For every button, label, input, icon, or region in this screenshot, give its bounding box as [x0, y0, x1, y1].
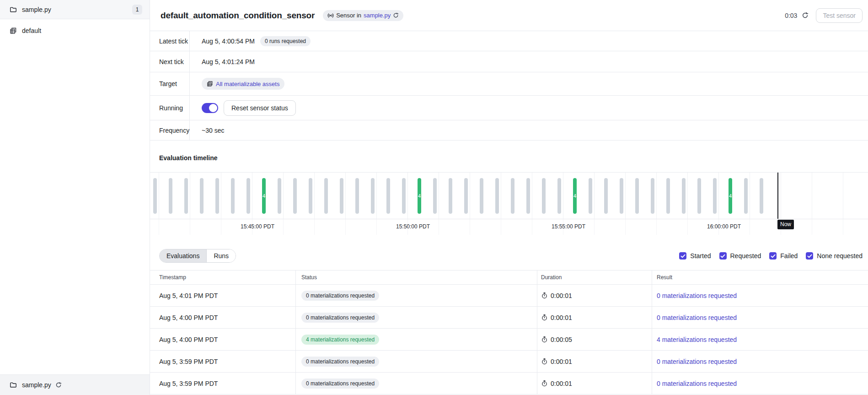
timeline-tick[interactable] — [153, 178, 157, 214]
info-row-running: Running Reset sensor status — [150, 96, 868, 120]
timeline-tick[interactable] — [697, 178, 701, 214]
timeline-tick-success[interactable]: 4 — [418, 178, 421, 214]
running-toggle[interactable] — [202, 103, 218, 113]
result-link[interactable]: 0 materializations requested — [657, 358, 737, 365]
reload-icon[interactable] — [393, 12, 399, 18]
reset-sensor-status-button[interactable]: Reset sensor status — [224, 100, 296, 116]
axis-gridline — [376, 219, 377, 235]
timeline-tick[interactable] — [635, 178, 639, 214]
timeline-tick-success[interactable]: 4 — [573, 178, 577, 214]
sensor-icon — [327, 12, 334, 19]
timeline-tick[interactable] — [744, 178, 748, 214]
timeline-gridline — [407, 173, 408, 219]
tab-runs[interactable]: Runs — [207, 249, 236, 262]
filter-failed[interactable]: Failed — [769, 252, 798, 260]
timeline-tick[interactable] — [200, 178, 204, 214]
page-title: default_automation_condition_sensor — [161, 11, 315, 21]
timeline-tick[interactable] — [464, 178, 468, 214]
timeline-gridline — [376, 173, 377, 219]
timeline-tick[interactable] — [760, 178, 763, 214]
timeline-tick[interactable] — [184, 178, 188, 214]
timeline-tick[interactable] — [309, 178, 312, 214]
timeline-tick[interactable] — [355, 178, 359, 214]
filter-label: None requested — [817, 252, 863, 260]
checkbox-started[interactable] — [679, 252, 686, 260]
evaluation-timestamp: Aug 5, 4:00 PM PDT — [150, 314, 295, 321]
checkbox-requested[interactable] — [719, 252, 727, 260]
app-root: sample.py 1 default sample.py default_au… — [0, 0, 868, 395]
timeline-tick[interactable] — [293, 178, 297, 214]
tab-evaluations[interactable]: Evaluations — [160, 249, 207, 262]
timeline-gridline — [345, 173, 346, 219]
table-header-row: Timestamp Status Duration Result — [150, 270, 868, 285]
timeline-tick[interactable] — [557, 178, 561, 214]
filter-started[interactable]: Started — [679, 252, 711, 260]
check-icon — [771, 254, 776, 259]
timeline-tick[interactable] — [682, 178, 686, 214]
sidebar-footer-code-location[interactable]: sample.py — [0, 374, 150, 395]
timeline-tick[interactable] — [651, 178, 654, 214]
sidebar-item-repository[interactable]: default — [0, 22, 150, 40]
target-assets-link[interactable]: All materializable assets — [202, 78, 284, 90]
checkbox-none-requested[interactable] — [806, 252, 813, 260]
evaluation-timestamp: Aug 5, 4:01 PM PDT — [150, 292, 295, 299]
sensor-badge-location-link[interactable]: sample.py — [364, 12, 391, 19]
table-body: Aug 5, 4:01 PM PDT 0 materializations re… — [150, 285, 868, 395]
timeline-tick-success[interactable]: 4 — [262, 178, 266, 214]
timeline-tick[interactable] — [713, 178, 717, 214]
timeline-tick[interactable] — [324, 178, 328, 214]
timeline-tick[interactable] — [278, 178, 281, 214]
timeline-tick[interactable] — [666, 178, 670, 214]
timeline-gridline — [283, 173, 284, 219]
timeline-tick[interactable] — [215, 178, 219, 214]
duration-value: 0:00:01 — [551, 292, 572, 299]
column-header-result: Result — [652, 271, 868, 284]
timeline-tick[interactable] — [495, 178, 499, 214]
refresh-icon[interactable] — [802, 12, 809, 19]
result-link[interactable]: 0 materializations requested — [657, 314, 737, 321]
timeline-tick[interactable] — [480, 178, 483, 214]
filter-requested[interactable]: Requested — [719, 252, 761, 260]
timeline-tick[interactable] — [589, 178, 592, 214]
view-segmented-control: Evaluations Runs — [159, 249, 236, 263]
footer-location-label: sample.py — [22, 381, 51, 389]
axis-tick-label: 16:00:00 PDT — [707, 223, 741, 230]
result-link[interactable]: 4 materializations requested — [657, 336, 737, 343]
timeline-tick[interactable] — [340, 178, 343, 214]
timeline-tick[interactable] — [604, 178, 608, 214]
timeline-tick[interactable] — [402, 178, 406, 214]
timeline-gridline — [470, 173, 470, 219]
result-link[interactable]: 0 materializations requested — [657, 292, 737, 299]
timeline-tick[interactable] — [386, 178, 390, 214]
page-header: default_automation_condition_sensor Sens… — [150, 0, 868, 31]
result-link[interactable]: 0 materializations requested — [657, 380, 737, 387]
timeline-tick-success[interactable]: 4 — [729, 178, 732, 214]
timeline-tick[interactable] — [246, 178, 250, 214]
checkbox-failed[interactable] — [769, 252, 777, 260]
frequency-value: ~30 sec — [202, 127, 224, 134]
tick-run-count: 4 — [573, 193, 576, 199]
timeline-tick[interactable] — [449, 178, 452, 214]
test-sensor-button[interactable]: Test sensor — [816, 8, 863, 23]
reload-icon[interactable] — [55, 382, 62, 388]
check-icon — [680, 254, 686, 259]
toggle-knob — [209, 104, 217, 112]
table-row: Aug 5, 4:00 PM PDT 0 materializations re… — [150, 307, 868, 329]
axis-gridline — [532, 219, 532, 235]
sidebar-item-code-location[interactable]: sample.py 1 — [0, 0, 150, 19]
timeline-tick[interactable] — [542, 178, 546, 214]
filter-none-requested[interactable]: None requested — [806, 252, 863, 260]
timeline-tick[interactable] — [526, 178, 530, 214]
timeline-gridline — [812, 173, 812, 219]
timeline-tick[interactable] — [169, 178, 172, 214]
timeline-gridline — [439, 173, 439, 219]
timeline-gridline — [656, 173, 657, 219]
timeline-tick[interactable] — [371, 178, 375, 214]
timeline-tick[interactable] — [511, 178, 514, 214]
timeline-gridline — [781, 173, 781, 219]
timeline-tick[interactable] — [433, 178, 437, 214]
axis-gridline — [812, 219, 812, 235]
timeline-tick[interactable] — [620, 178, 623, 214]
timeline-tick[interactable] — [231, 178, 235, 214]
column-header-status: Status — [295, 271, 537, 284]
